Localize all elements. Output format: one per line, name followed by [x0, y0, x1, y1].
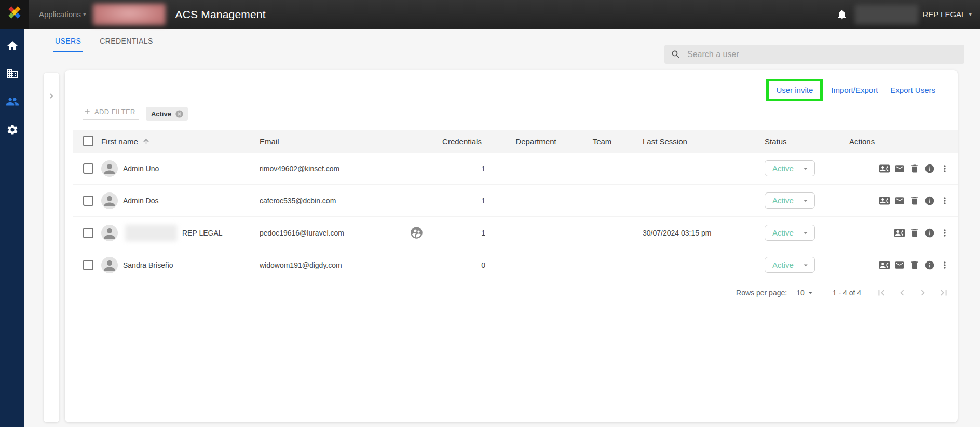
- user-name: REP LEGAL: [182, 229, 223, 237]
- app-logo[interactable]: [0, 0, 29, 29]
- mail-button[interactable]: [893, 258, 906, 272]
- status-dropdown[interactable]: Active: [765, 257, 815, 273]
- header-team: Team: [579, 137, 625, 146]
- first-name-cell: Admin Dos: [101, 192, 252, 209]
- user-invite-highlight: User invite: [766, 79, 823, 101]
- header-checkbox-cell: [73, 136, 101, 146]
- actions-cell: [846, 226, 958, 240]
- delete-button[interactable]: [908, 194, 921, 208]
- acs-management-page: Applications ▾ ACS Management REP LEGAL …: [0, 0, 980, 427]
- info-button[interactable]: [923, 194, 936, 208]
- info-button[interactable]: [923, 226, 936, 240]
- delete-icon: [909, 228, 920, 238]
- status-dropdown[interactable]: Active: [765, 225, 815, 241]
- plus-icon: [83, 107, 91, 116]
- sidebar-item-organization[interactable]: [0, 60, 24, 88]
- table-row: Sandra Briseño widowom191@digdy.com 0 Ac…: [73, 249, 958, 281]
- row-checkbox[interactable]: [83, 196, 93, 206]
- table-row: REP LEGAL pedoc19616@luravel.com 1 30/07…: [73, 217, 958, 249]
- user-invite-button[interactable]: User invite: [771, 82, 818, 98]
- export-users-button[interactable]: Export Users: [885, 82, 941, 98]
- import-export-button[interactable]: Import/Export: [826, 82, 883, 98]
- status-value: Active: [772, 196, 794, 205]
- bell-icon: [836, 9, 848, 20]
- pagination: Rows per page: 10 1 - 4 of 4: [73, 281, 958, 304]
- contact-card-button[interactable]: [878, 258, 891, 272]
- status-dropdown[interactable]: Active: [765, 192, 815, 209]
- row-checkbox[interactable]: [83, 260, 93, 270]
- first-name-cell: REP LEGAL: [101, 225, 252, 241]
- contact-card-icon: [879, 163, 890, 174]
- delete-button[interactable]: [908, 162, 921, 175]
- more-button[interactable]: [938, 194, 951, 208]
- header-first-name[interactable]: First name: [101, 137, 252, 146]
- contact-card-button[interactable]: [878, 162, 891, 175]
- contact-card-button[interactable]: [878, 194, 891, 208]
- contact-card-button[interactable]: [893, 226, 906, 240]
- first-name-cell: Admin Uno: [101, 160, 252, 177]
- row-checkbox[interactable]: [83, 228, 93, 238]
- chevron-down-icon: [806, 288, 815, 297]
- next-page-button[interactable]: [916, 286, 930, 299]
- badge-cell: [402, 226, 431, 240]
- rows-per-page-value: 10: [796, 288, 805, 297]
- remove-filter-button[interactable]: [175, 109, 184, 118]
- mail-button[interactable]: [893, 162, 906, 175]
- last-page-icon: [938, 287, 949, 298]
- chevron-down-icon: [801, 196, 810, 205]
- first-name-header-label: First name: [101, 137, 138, 146]
- previous-page-button[interactable]: [895, 286, 909, 299]
- mail-button[interactable]: [893, 194, 906, 208]
- sidebar-item-home[interactable]: [0, 32, 24, 60]
- status-dropdown[interactable]: Active: [765, 160, 815, 176]
- person-icon: [102, 194, 117, 209]
- close-icon: [175, 109, 184, 118]
- notifications-button[interactable]: [836, 9, 848, 20]
- redacted-username: [855, 5, 918, 24]
- active-filter-chip[interactable]: Active: [146, 107, 188, 121]
- delete-icon: [909, 196, 920, 206]
- expand-panel-button[interactable]: [47, 91, 56, 422]
- more-icon: [940, 228, 950, 238]
- more-icon: [940, 163, 950, 174]
- sidebar-item-users[interactable]: [0, 88, 24, 116]
- person-icon: [102, 258, 117, 273]
- applications-label: Applications: [39, 10, 81, 19]
- contact-card-icon: [879, 196, 890, 206]
- user-name: Admin Dos: [123, 197, 158, 205]
- add-filter-button[interactable]: ADD FILTER: [83, 107, 139, 120]
- header-actions: Actions: [846, 137, 958, 146]
- select-all-checkbox[interactable]: [83, 136, 93, 146]
- first-page-button[interactable]: [875, 286, 888, 299]
- applications-menu[interactable]: Applications ▾: [39, 10, 86, 19]
- more-button[interactable]: [938, 226, 951, 240]
- table-row: Admin Dos caferoc535@dcbin.com 1 Active: [73, 185, 958, 217]
- credentials-cell: 1: [431, 164, 493, 173]
- more-button[interactable]: [938, 258, 951, 272]
- top-bar: Applications ▾ ACS Management REP LEGAL …: [0, 0, 980, 29]
- tab-credentials[interactable]: CREDENTIALS: [100, 37, 153, 52]
- actions-cell: [846, 258, 958, 272]
- search-input[interactable]: [687, 50, 958, 59]
- mail-icon: [894, 260, 905, 270]
- row-checkbox[interactable]: [83, 163, 93, 174]
- info-button[interactable]: [923, 258, 936, 272]
- person-icon: [102, 161, 117, 177]
- tab-users[interactable]: USERS: [55, 37, 81, 52]
- chevron-down-icon: ▾: [83, 11, 86, 18]
- delete-button[interactable]: [908, 226, 921, 240]
- last-session-cell: 30/07/2024 03:15 pm: [625, 229, 747, 237]
- email-cell: widowom191@digdy.com: [252, 261, 402, 269]
- status-value: Active: [772, 164, 794, 173]
- avatar: [101, 225, 118, 241]
- account-menu[interactable]: REP LEGAL ▾: [922, 10, 972, 19]
- rows-per-page-select[interactable]: 10: [796, 288, 815, 297]
- mail-icon: [894, 163, 905, 174]
- info-button[interactable]: [923, 162, 936, 175]
- delete-button[interactable]: [908, 258, 921, 272]
- header-credentials: Credentials: [431, 137, 493, 146]
- last-page-button[interactable]: [937, 286, 950, 299]
- more-button[interactable]: [938, 162, 951, 175]
- sidebar-item-settings[interactable]: [0, 116, 24, 144]
- logo-x-icon: [6, 6, 23, 23]
